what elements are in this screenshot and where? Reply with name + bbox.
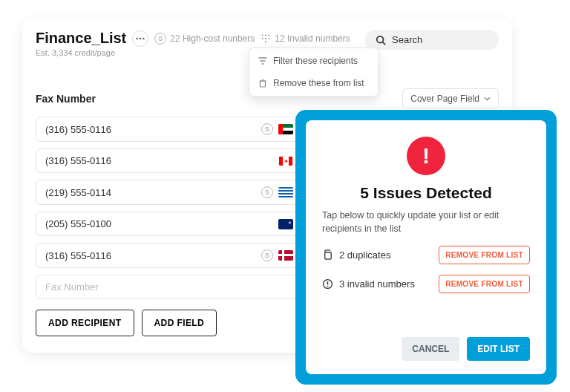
list-title: Finance_List xyxy=(36,30,126,47)
svg-point-16 xyxy=(327,286,329,287)
fax-row[interactable]: (316) 555-0116 S xyxy=(36,243,303,268)
warning-circle-icon xyxy=(322,278,333,290)
more-icon xyxy=(136,37,145,40)
svg-point-7 xyxy=(265,37,266,39)
duplicates-row: 2 duplicates REMOVE FROM LIST xyxy=(322,246,530,264)
svg-point-2 xyxy=(143,37,145,39)
flag-icon xyxy=(278,124,293,134)
flag-icon xyxy=(278,250,293,261)
fax-row[interactable]: (316) 555-0116 ✦ xyxy=(36,148,303,173)
dollar-circle-icon: S xyxy=(261,123,273,135)
cover-page-field-select[interactable]: Cover Page Field xyxy=(402,88,499,109)
issues-modal: ! 5 Issues Detected Tap below to quickly… xyxy=(306,120,546,374)
svg-point-5 xyxy=(269,34,270,36)
modal-description: Tap below to quickly update your list or… xyxy=(322,209,530,235)
invalid-stat[interactable]: 12 Invalid numbers xyxy=(261,33,350,44)
search-icon xyxy=(376,35,386,45)
copy-icon xyxy=(322,249,333,261)
invalid-dropdown: Filter these recipients Remove these fro… xyxy=(249,48,379,97)
svg-line-11 xyxy=(383,42,386,45)
remove-invalid-button[interactable]: REMOVE FROM LIST xyxy=(439,275,530,293)
fax-column-label: Fax Number xyxy=(36,93,96,105)
svg-point-1 xyxy=(140,37,141,39)
add-field-button[interactable]: ADD FIELD xyxy=(142,310,217,336)
remove-recipients-item[interactable]: Remove these from list xyxy=(249,72,378,94)
modal-actions: CANCEL EDIT LIST xyxy=(322,337,530,361)
svg-point-0 xyxy=(137,37,138,39)
svg-rect-12 xyxy=(261,81,266,87)
fax-placeholder: Fax Number xyxy=(45,281,99,293)
fax-number: (316) 555-0116 xyxy=(45,124,111,135)
alert-icon: ! xyxy=(407,137,445,175)
svg-point-8 xyxy=(269,37,270,39)
fax-number: (316) 555-0116 xyxy=(45,155,111,166)
more-button[interactable] xyxy=(132,30,148,47)
edit-list-button[interactable]: EDIT LIST xyxy=(467,337,530,361)
chevron-down-icon xyxy=(484,97,491,101)
fax-number: (205) 555-0100 xyxy=(45,218,111,229)
search-placeholder: Search xyxy=(392,34,422,45)
invalid-row: 3 invalid numbers REMOVE FROM LIST xyxy=(322,275,530,293)
fax-row-empty[interactable]: Fax Number xyxy=(36,275,303,299)
issues-modal-backdrop: ! 5 Issues Detected Tap below to quickly… xyxy=(295,110,557,385)
fax-row[interactable]: (316) 555-0116 S xyxy=(36,117,303,142)
svg-point-4 xyxy=(265,34,266,36)
svg-rect-13 xyxy=(325,252,331,259)
svg-point-10 xyxy=(377,36,384,42)
add-recipient-button[interactable]: ADD RECIPIENT xyxy=(36,310,134,336)
dollar-circle-icon: S xyxy=(261,186,273,198)
fax-number: (316) 555-0116 xyxy=(45,250,111,261)
flag-icon xyxy=(278,219,293,229)
dollar-circle-icon: S xyxy=(261,249,273,261)
flag-icon xyxy=(278,187,293,197)
search-input[interactable]: Search xyxy=(365,30,499,50)
flag-icon: ✦ xyxy=(278,156,293,166)
svg-point-3 xyxy=(262,34,263,36)
filter-recipients-item[interactable]: Filter these recipients xyxy=(249,50,378,72)
dollar-circle-icon: S xyxy=(154,33,166,45)
svg-point-9 xyxy=(265,41,266,42)
fax-number: (219) 555-0114 xyxy=(45,187,111,198)
cancel-button[interactable]: CANCEL xyxy=(402,337,459,361)
modal-title: 5 Issues Detected xyxy=(322,184,530,202)
fax-row[interactable]: (219) 555-0114 S xyxy=(36,180,303,205)
dialpad-icon xyxy=(261,33,271,44)
filter-icon xyxy=(258,56,267,65)
svg-point-6 xyxy=(262,37,263,39)
remove-duplicates-button[interactable]: REMOVE FROM LIST xyxy=(439,246,530,264)
trash-icon xyxy=(258,79,267,88)
highcost-stat[interactable]: S 22 High-cost nunbers xyxy=(154,33,255,45)
fax-row[interactable]: (205) 555-0100 xyxy=(36,212,303,236)
